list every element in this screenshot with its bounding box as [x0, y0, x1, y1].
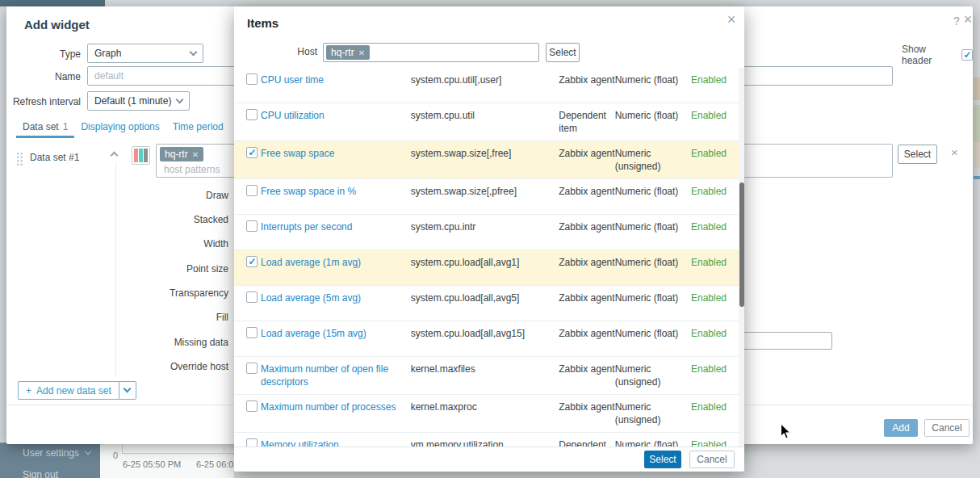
item-status: Enabled	[691, 185, 727, 198]
collapse-icon[interactable]	[111, 152, 119, 160]
background-dashboard-strip	[973, 6, 980, 478]
item-type: Zabbix agent	[559, 363, 614, 375]
modal-footer: Select Cancel	[234, 447, 744, 472]
close-icon[interactable]: ×	[725, 11, 738, 28]
add-button[interactable]: Add	[884, 419, 918, 437]
item-status: Enabled	[691, 438, 727, 447]
refresh-interval-select[interactable]: Default (1 minute)	[87, 91, 190, 111]
table-row[interactable]: Load average (1m avg)system.cpu.load[all…	[234, 250, 744, 286]
plus-icon: +	[26, 385, 31, 396]
cancel-button[interactable]: Cancel	[924, 419, 970, 437]
scrollbar-thumb[interactable]	[739, 182, 744, 307]
item-name-link[interactable]: Free swap space	[261, 147, 411, 160]
item-checkbox[interactable]	[246, 73, 258, 85]
item-checkbox[interactable]	[246, 109, 258, 120]
drag-handle-icon[interactable]	[16, 152, 23, 166]
add-new-data-set-button[interactable]: + Add new data set	[18, 381, 136, 400]
item-name-link[interactable]: CPU user time	[261, 73, 411, 86]
item-checkbox[interactable]	[246, 438, 258, 447]
table-row[interactable]: Maximum number of open file descriptorsk…	[234, 357, 744, 395]
item-checkbox[interactable]	[246, 363, 258, 374]
type-select[interactable]: Graph	[87, 44, 203, 63]
tab-data-set[interactable]: Data set1	[16, 120, 74, 138]
host-chip-label: hq-rtr	[331, 47, 354, 58]
item-value-type: Numeric (float)	[615, 220, 691, 233]
background-graph-fragment	[974, 176, 980, 179]
item-checkbox[interactable]	[246, 185, 258, 196]
dataset-field-label: Draw	[6, 190, 228, 201]
dialog-title: Add widget	[24, 18, 90, 31]
item-value-type: Numeric (float)	[615, 291, 691, 304]
swatch-color	[144, 149, 148, 162]
tab-displaying-options[interactable]: Displaying options	[74, 120, 165, 138]
table-row[interactable]: CPU user timesystem.cpu.util[,user]Zabbi…	[234, 68, 744, 103]
item-status: Enabled	[691, 109, 727, 122]
table-row[interactable]: Interrupts per secondsystem.cpu.intrZabb…	[234, 215, 744, 250]
add-new-data-set-main[interactable]: + Add new data set	[18, 381, 119, 400]
item-key: system.cpu.util	[411, 109, 559, 122]
item-checkbox[interactable]	[246, 327, 258, 338]
close-icon[interactable]: ×	[961, 12, 974, 27]
item-checkbox[interactable]	[246, 400, 258, 412]
chevron-down-icon	[190, 48, 198, 56]
table-row[interactable]: Memory utilizationvm.memory.utilizationD…	[234, 433, 744, 447]
cancel-button[interactable]: Cancel	[689, 451, 735, 468]
item-status: Enabled	[691, 147, 727, 160]
select-button[interactable]: Select	[644, 451, 681, 468]
host-filter-input[interactable]: hq-rtr ✕	[323, 43, 539, 62]
item-name-link[interactable]: Load average (15m avg)	[261, 327, 411, 340]
item-name-link[interactable]: Load average (1m avg)	[261, 256, 411, 269]
item-value-type: Numeric (float)	[615, 327, 691, 340]
show-header-label: Show header	[902, 44, 957, 66]
item-value-type: Numeric (float)	[615, 185, 691, 198]
item-status: Enabled	[691, 291, 727, 304]
table-row[interactable]: Load average (5m avg)system.cpu.load[all…	[234, 286, 744, 321]
data-set-title: Data set #1	[30, 152, 79, 163]
table-row[interactable]: Load average (15m avg)system.cpu.load[al…	[234, 321, 744, 357]
item-type: Zabbix agent	[559, 291, 614, 304]
table-row[interactable]: CPU utilizationsystem.cpu.utilDependent …	[234, 103, 744, 141]
item-value-type: Numeric (unsigned)	[615, 147, 691, 173]
host-select-button[interactable]: Select	[898, 145, 937, 164]
graph-x-tick: 6-25 05:50 PM	[123, 459, 181, 469]
item-name-link[interactable]: Free swap space in %	[261, 185, 411, 198]
show-header-checkbox[interactable]	[961, 49, 973, 61]
item-status: Enabled	[691, 256, 727, 269]
host-chip: hq-rtr ✕	[326, 45, 370, 60]
item-name-link[interactable]: Maximum number of open file descriptors	[261, 363, 411, 388]
item-name-link[interactable]: Memory utilization	[261, 438, 411, 447]
sidebar-item-sign-out[interactable]: Sign out	[23, 469, 58, 478]
item-key: vm.memory.utilization	[411, 438, 559, 447]
chip-remove-icon[interactable]: ✕	[192, 150, 199, 159]
item-type: Dependent item	[559, 438, 614, 447]
tab-label: Time period	[173, 121, 224, 132]
graph-axis	[122, 453, 234, 454]
table-row[interactable]: Maximum number of processeskernel.maxpro…	[234, 395, 744, 433]
background-map-fragment	[974, 105, 980, 142]
item-name-link[interactable]: Maximum number of processes	[261, 400, 411, 413]
table-row[interactable]: Free swap spacesystem.swap.size[,free]Za…	[234, 141, 744, 179]
host-select-button[interactable]: Select	[546, 43, 580, 62]
tab-label: Displaying options	[81, 121, 159, 132]
tab-time-period[interactable]: Time period	[166, 120, 230, 138]
color-palette-swatch[interactable]	[132, 146, 150, 165]
item-name-link[interactable]: Interrupts per second	[261, 220, 411, 233]
item-checkbox[interactable]	[246, 147, 258, 158]
table-row[interactable]: Free swap space in %system.swap.size[,pf…	[234, 179, 744, 215]
item-name-link[interactable]: Load average (5m avg)	[261, 291, 411, 304]
name-label: Name	[6, 71, 81, 82]
item-key: system.swap.size[,pfree]	[411, 185, 559, 198]
host-chip: hq-rtr ✕	[160, 147, 203, 161]
item-name-link[interactable]: CPU utilization	[261, 109, 411, 122]
item-checkbox[interactable]	[246, 291, 258, 303]
chip-remove-icon[interactable]: ✕	[358, 48, 365, 57]
remove-data-set-icon[interactable]: ×	[951, 145, 958, 159]
item-key: system.swap.size[,free]	[411, 147, 559, 160]
sidebar-item-user-settings[interactable]: User settings	[23, 447, 79, 459]
item-checkbox[interactable]	[246, 256, 258, 267]
item-checkbox[interactable]	[246, 220, 258, 232]
add-new-data-set-dropdown[interactable]	[119, 381, 136, 400]
refresh-interval-value: Default (1 minute)	[94, 95, 171, 107]
chevron-down-icon	[176, 95, 184, 103]
background-map-fragment	[974, 78, 980, 100]
